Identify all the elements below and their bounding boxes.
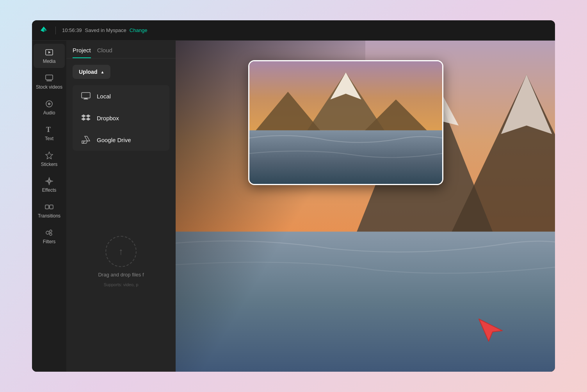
timestamp: 10:56:39: [62, 27, 82, 33]
upload-button[interactable]: Upload ▲: [73, 65, 110, 79]
audio-label: Audio: [43, 110, 55, 116]
header-divider: [55, 27, 56, 34]
drop-zone: ↑ Drag and drop files f Supports: video,…: [66, 151, 176, 372]
local-label: Local: [97, 93, 111, 100]
svg-point-13: [46, 231, 49, 234]
svg-point-9: [48, 180, 50, 182]
google-drive-icon: [80, 134, 91, 145]
panel-tabs: Project Cloud: [66, 41, 176, 59]
cursor-arrow: [477, 317, 500, 340]
text-icon: T: [44, 125, 54, 134]
svg-marker-21: [83, 141, 87, 143]
app-logo: [38, 25, 49, 36]
saved-text: Saved in Myspace: [85, 27, 126, 33]
tab-cloud[interactable]: Cloud: [97, 47, 112, 58]
svg-rect-10: [45, 205, 49, 209]
dropbox-icon: [80, 112, 91, 123]
sidebar-item-stickers[interactable]: Stickers: [34, 147, 65, 171]
upload-section: Upload ▲: [66, 59, 176, 85]
stickers-icon: [44, 151, 54, 160]
svg-rect-11: [50, 205, 53, 209]
transitions-icon: [44, 202, 54, 212]
header-info: 10:56:39 Saved in Myspace Change: [62, 27, 147, 33]
chevron-up-icon: ▲: [100, 70, 104, 74]
audio-icon: [44, 99, 54, 109]
svg-rect-2: [46, 75, 53, 80]
sidebar-item-text[interactable]: T Text: [34, 121, 65, 145]
svg-rect-18: [84, 99, 88, 100]
svg-rect-3: [46, 80, 52, 81]
content-panel: Project Cloud Upload ▲: [66, 41, 176, 372]
upload-google-drive-item[interactable]: Google Drive: [73, 129, 169, 151]
upload-local-item[interactable]: Local: [73, 85, 169, 107]
stock-videos-icon: [44, 73, 54, 83]
sidebar-item-audio[interactable]: Audio: [34, 95, 65, 119]
svg-point-14: [50, 230, 52, 232]
svg-marker-1: [48, 51, 51, 53]
svg-rect-34: [249, 130, 442, 184]
change-link[interactable]: Change: [130, 27, 148, 33]
main-layout: Media Stock videos: [32, 41, 555, 372]
app-window: 10:56:39 Saved in Myspace Change Media: [32, 20, 555, 372]
upload-arrow-icon: ↑: [119, 246, 123, 257]
svg-point-15: [50, 233, 52, 235]
svg-marker-8: [46, 152, 53, 159]
svg-rect-17: [84, 98, 87, 99]
effects-icon: [44, 176, 54, 186]
upload-dropdown: Local Dropbox: [73, 85, 169, 151]
filters-icon: [44, 228, 54, 237]
svg-text:T: T: [46, 126, 51, 134]
effects-label: Effects: [42, 187, 56, 193]
svg-marker-19: [85, 136, 90, 141]
filters-label: Filters: [43, 239, 56, 244]
upload-dropbox-item[interactable]: Dropbox: [73, 107, 169, 129]
tab-project[interactable]: Project: [73, 47, 91, 58]
svg-point-6: [49, 103, 50, 104]
sidebar-item-media[interactable]: Media: [34, 44, 65, 68]
sidebar: Media Stock videos: [32, 41, 66, 372]
svg-marker-35: [479, 319, 502, 341]
sidebar-item-stock-videos[interactable]: Stock videos: [34, 69, 65, 94]
drop-zone-subtext: Supports: video, p: [104, 282, 139, 287]
drop-zone-text: Drag and drop files f: [98, 272, 144, 278]
preview-card: [248, 60, 443, 185]
drop-zone-circle: ↑: [105, 236, 137, 267]
player-area: Player: [176, 41, 555, 372]
transitions-label: Transitions: [38, 213, 60, 219]
sidebar-item-effects[interactable]: Effects: [34, 173, 65, 197]
media-icon: [44, 48, 54, 57]
mountain-background: [176, 41, 555, 372]
monitor-icon: [80, 91, 91, 102]
google-drive-label: Google Drive: [97, 137, 131, 143]
header: 10:56:39 Saved in Myspace Change: [32, 20, 555, 41]
sidebar-item-filters[interactable]: Filters: [34, 224, 65, 248]
text-label: Text: [45, 136, 53, 141]
stock-videos-label: Stock videos: [36, 84, 62, 90]
dropbox-label: Dropbox: [97, 115, 119, 121]
sidebar-item-transitions[interactable]: Transitions: [34, 198, 65, 223]
svg-rect-16: [82, 93, 90, 98]
media-label: Media: [43, 59, 56, 64]
stickers-label: Stickers: [41, 162, 58, 167]
